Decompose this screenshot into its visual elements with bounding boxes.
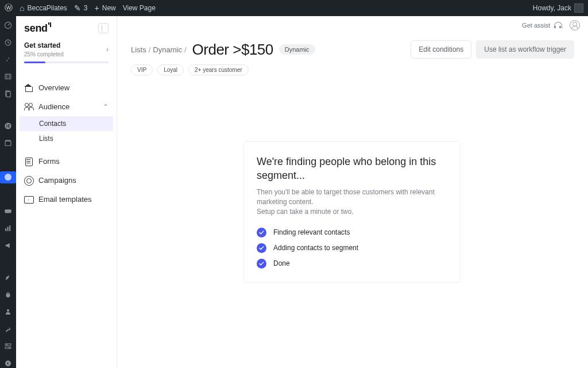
main-top-bar: Get assist bbox=[117, 16, 588, 34]
check-icon bbox=[257, 243, 266, 253]
edit-count: 3 bbox=[84, 4, 88, 12]
svg-rect-2 bbox=[5, 74, 11, 79]
nav-audience[interactable]: Audience ⌃ bbox=[16, 97, 117, 116]
get-started-title: Get started bbox=[24, 41, 64, 49]
svg-rect-6 bbox=[6, 125, 7, 128]
svg-rect-12 bbox=[7, 227, 9, 231]
use-list-workflow-button[interactable]: Use list as workflow trigger bbox=[476, 40, 574, 59]
target-icon bbox=[24, 176, 33, 185]
avatar bbox=[574, 3, 583, 13]
wp-edit-link[interactable]: ✎ 3 bbox=[74, 3, 88, 13]
svg-point-19 bbox=[5, 361, 11, 366]
nav-forms[interactable]: Forms bbox=[16, 152, 117, 171]
rail-plugins-icon[interactable] bbox=[3, 290, 13, 300]
tag-vip: VIP bbox=[131, 64, 153, 75]
rail-dashboard-icon[interactable] bbox=[3, 21, 13, 30]
svg-rect-4 bbox=[6, 92, 10, 97]
site-name: BeccaPilates bbox=[27, 4, 67, 12]
rail-woo-icon[interactable] bbox=[3, 206, 13, 216]
breadcrumb-dynamic[interactable]: Dynamic bbox=[153, 45, 182, 54]
rail-tools-icon[interactable] bbox=[3, 324, 13, 334]
rail-templates-icon[interactable] bbox=[3, 139, 13, 148]
rail-users-icon[interactable] bbox=[3, 308, 13, 317]
nav-overview[interactable]: Overview bbox=[16, 78, 117, 97]
rail-pin-icon[interactable] bbox=[3, 55, 13, 64]
edit-icon: ✎ bbox=[74, 3, 81, 13]
sidebar-nav: Overview Audience ⌃ Contacts Lists Forms… bbox=[16, 70, 117, 209]
plus-icon: + bbox=[95, 3, 99, 13]
wp-admin-rail bbox=[0, 16, 16, 368]
new-label: New bbox=[102, 4, 116, 12]
check-icon bbox=[257, 259, 266, 269]
rail-analytics-icon[interactable] bbox=[3, 224, 13, 233]
profile-button[interactable] bbox=[570, 20, 580, 30]
edit-conditions-button[interactable]: Edit conditions bbox=[411, 40, 471, 59]
app-logo: send bbox=[24, 23, 51, 33]
tag-2years: 2+ years customer bbox=[188, 64, 249, 75]
card-heading: We're finding people who belong in this … bbox=[257, 155, 447, 183]
svg-rect-7 bbox=[8, 125, 10, 125]
headset-icon bbox=[554, 21, 562, 29]
svg-point-18 bbox=[9, 347, 9, 348]
people-icon bbox=[24, 102, 33, 111]
chevron-right-icon: › bbox=[106, 45, 109, 53]
page-title: Order >$150 bbox=[192, 41, 273, 59]
svg-rect-15 bbox=[5, 344, 11, 346]
rail-elementor-icon[interactable] bbox=[3, 122, 13, 131]
rail-send-icon[interactable] bbox=[0, 171, 16, 183]
breadcrumb-lists[interactable]: Lists bbox=[131, 45, 146, 54]
rail-appearance-icon[interactable] bbox=[3, 273, 13, 282]
form-icon bbox=[24, 157, 33, 166]
rail-settings-icon[interactable] bbox=[3, 342, 13, 351]
segment-progress-card: We're finding people who belong in this … bbox=[243, 141, 461, 283]
svg-rect-13 bbox=[9, 225, 10, 231]
chevron-up-icon: ⌃ bbox=[103, 103, 109, 111]
wp-new-link[interactable]: + New bbox=[95, 3, 116, 13]
wordpress-icon: ⓦ bbox=[5, 3, 13, 13]
tag-list: VIP Loyal 2+ years customer bbox=[117, 59, 588, 75]
progress-bar bbox=[24, 62, 109, 63]
step-done: Done bbox=[257, 259, 447, 269]
collapse-sidebar-button[interactable] bbox=[98, 23, 109, 33]
rail-media-icon[interactable] bbox=[3, 72, 13, 82]
wp-logo[interactable]: ⓦ bbox=[5, 3, 13, 13]
svg-point-17 bbox=[6, 344, 7, 345]
rail-marketing-icon[interactable] bbox=[3, 241, 13, 250]
step-adding: Adding contacts to segment bbox=[257, 243, 447, 253]
nav-contacts[interactable]: Contacts bbox=[20, 116, 113, 131]
nav-email-templates[interactable]: Email templates bbox=[16, 190, 117, 209]
main-area: Get assist Lists / Dynamic / Order >$150… bbox=[117, 16, 588, 368]
mail-icon bbox=[24, 195, 33, 204]
card-line1: Then you'll be able to target those cust… bbox=[257, 187, 447, 208]
nav-lists[interactable]: Lists bbox=[16, 131, 117, 146]
get-started-card[interactable]: Get started 25% completed › bbox=[16, 36, 117, 70]
card-line2: Setup can take a minute or two. bbox=[257, 207, 447, 217]
svg-rect-10 bbox=[5, 209, 11, 213]
wp-site-link[interactable]: ⌂ BeccaPilates bbox=[20, 3, 67, 13]
svg-rect-16 bbox=[5, 347, 11, 349]
svg-rect-8 bbox=[8, 126, 10, 126]
get-assist-link[interactable]: Get assist bbox=[522, 21, 562, 29]
tag-loyal: Loyal bbox=[157, 64, 184, 75]
rail-pages-icon[interactable] bbox=[3, 89, 13, 98]
wp-view-page[interactable]: View Page bbox=[123, 4, 156, 12]
wp-admin-bar: ⓦ ⌂ BeccaPilates ✎ 3 + New View Page How… bbox=[0, 0, 588, 16]
rail-collapse-icon[interactable] bbox=[3, 359, 13, 368]
nav-campaigns[interactable]: Campaigns bbox=[16, 171, 117, 190]
svg-rect-9 bbox=[8, 127, 10, 128]
check-icon bbox=[257, 228, 266, 237]
breadcrumb: Lists / Dynamic / bbox=[131, 45, 187, 54]
svg-point-14 bbox=[7, 309, 9, 312]
step-finding: Finding relevant contacts bbox=[257, 228, 447, 237]
rail-updates-icon[interactable] bbox=[3, 38, 13, 47]
wp-greeting[interactable]: Howdy, Jack bbox=[533, 3, 583, 13]
get-started-subtitle: 25% completed bbox=[24, 51, 64, 57]
home-icon bbox=[24, 83, 33, 92]
svg-rect-11 bbox=[5, 228, 6, 231]
home-icon: ⌂ bbox=[20, 3, 24, 13]
type-pill: Dynamic bbox=[279, 44, 315, 55]
logo-bars-icon bbox=[48, 22, 51, 27]
app-sidebar: send Get started 25% completed › Overvie… bbox=[16, 16, 117, 368]
